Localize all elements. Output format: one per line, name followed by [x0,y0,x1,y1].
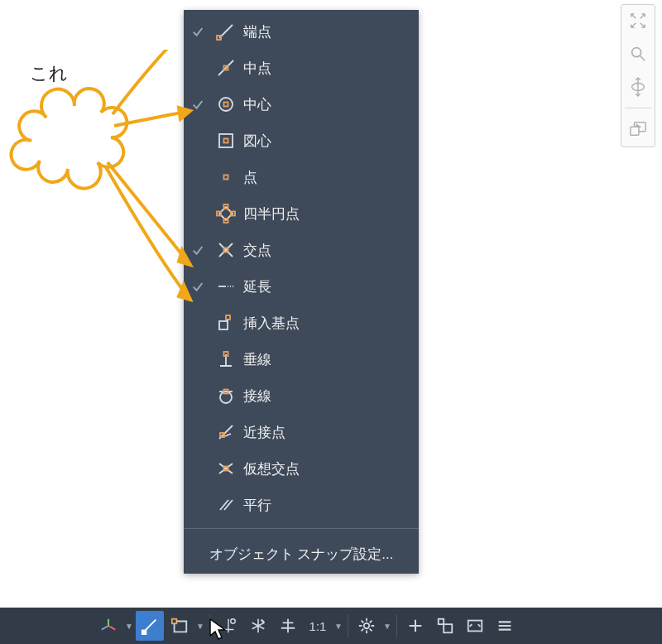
check-icon [187,243,209,257]
settings-caret[interactable]: ▼ [382,622,392,631]
snap-endpoint-button[interactable] [136,611,164,641]
status-bar: ▼ ▼ 1:1 ▼ [0,608,662,644]
snap-item-label: 交点 [243,241,410,260]
svg-point-30 [364,623,369,628]
check-icon [187,25,209,38]
clean-screen-button[interactable] [461,611,489,641]
snap-item-node[interactable]: 点 [184,159,419,195]
svg-rect-7 [224,103,228,107]
snap-item-midpoint[interactable]: 中点 [184,50,419,86]
show-motion-icon[interactable] [626,117,650,142]
object-snap-menu: 端点中点中心図心点四半円点交点延長挿入基点垂線接線近接点仮想交点平行オブジェクト… [184,10,419,574]
svg-rect-27 [142,631,146,635]
check-icon [187,98,209,111]
orbit-icon[interactable] [626,74,650,99]
navigation-bar [621,4,655,147]
snap-item-label: 端点 [243,22,410,41]
svg-rect-9 [224,139,228,143]
svg-rect-16 [219,321,228,329]
axis-caret[interactable]: ▼ [124,622,134,631]
snap-item-label: 中点 [243,59,410,78]
svg-rect-8 [219,134,233,147]
check-icon [187,280,209,293]
svg-rect-28 [172,619,177,624]
snap-item-extension[interactable]: 延長 [184,268,419,305]
full-nav-icon[interactable] [626,8,650,33]
snap-item-apparent[interactable]: 仮想交点 [184,450,419,487]
apparent-icon [212,459,240,478]
annotation-text: これ [30,61,68,86]
snap-item-label: 中心 [243,95,410,114]
svg-point-29 [231,619,236,624]
parallel-icon [212,495,240,515]
svg-point-6 [219,98,233,111]
centroid-icon [212,131,240,151]
svg-rect-10 [224,175,228,180]
tangent-icon [212,386,240,406]
svg-rect-17 [226,315,230,320]
snap-item-label: 垂線 [243,350,410,369]
center-icon [212,94,240,114]
snap-settings-label: オブジェクト スナップ設定... [209,545,394,564]
nearest-icon [212,422,240,442]
isolate-button[interactable] [431,611,459,641]
object-snap-caret[interactable]: ▼ [195,622,205,631]
axis-button[interactable] [94,611,122,641]
scale-caret[interactable]: ▼ [333,622,343,631]
snap-item-label: 平行 [243,496,410,515]
snap-item-nearest[interactable]: 近接点 [184,414,419,450]
extension-icon [212,276,240,296]
intersect-icon [212,240,240,260]
insertion-icon [212,313,240,333]
snap-item-quadrant[interactable]: 四半円点 [184,195,419,232]
snap-item-label: 四半円点 [243,204,410,223]
settings-gear-button[interactable] [353,611,381,641]
snap-item-center[interactable]: 中心 [184,86,419,123]
snap-item-label: 挿入基点 [243,314,410,333]
snap-item-label: 仮想交点 [243,459,410,478]
snap-item-insertion[interactable]: 挿入基点 [184,305,419,341]
snap-item-tangent[interactable]: 接線 [184,377,419,414]
midpoint-icon [212,58,240,78]
snap-item-label: 延長 [243,277,410,296]
snap-item-label: 接線 [243,387,410,406]
plus-button[interactable] [401,611,429,641]
perp-icon [212,349,240,369]
snap-item-label: 点 [243,168,410,187]
scale-button[interactable]: 1:1 [304,611,332,641]
snap-item-centroid[interactable]: 図心 [184,123,419,159]
quadrant-icon [212,204,240,223]
endpoint-icon [212,22,240,41]
snap-settings-item[interactable]: オブジェクト スナップ設定... [184,534,419,574]
menu-button[interactable] [491,611,519,641]
svg-rect-3 [631,127,639,135]
object-snap-button[interactable] [166,611,194,641]
snap-item-perp[interactable]: 垂線 [184,341,419,377]
svg-rect-18 [224,352,228,356]
node-icon [212,167,240,187]
zoom-extents-icon[interactable] [626,41,650,66]
svg-rect-32 [444,624,452,632]
svg-rect-31 [439,619,444,624]
ortho-button[interactable] [274,611,302,641]
snap-item-intersect[interactable]: 交点 [184,232,419,268]
snap-item-parallel[interactable]: 平行 [184,487,419,523]
snap-tracking-button[interactable] [214,611,242,641]
snap-item-label: 図心 [243,132,410,151]
polar-tracking-button[interactable] [244,611,272,641]
snap-item-endpoint[interactable]: 端点 [184,13,419,50]
svg-rect-4 [217,36,221,40]
svg-point-0 [632,48,641,57]
snap-item-label: 近接点 [243,423,410,442]
